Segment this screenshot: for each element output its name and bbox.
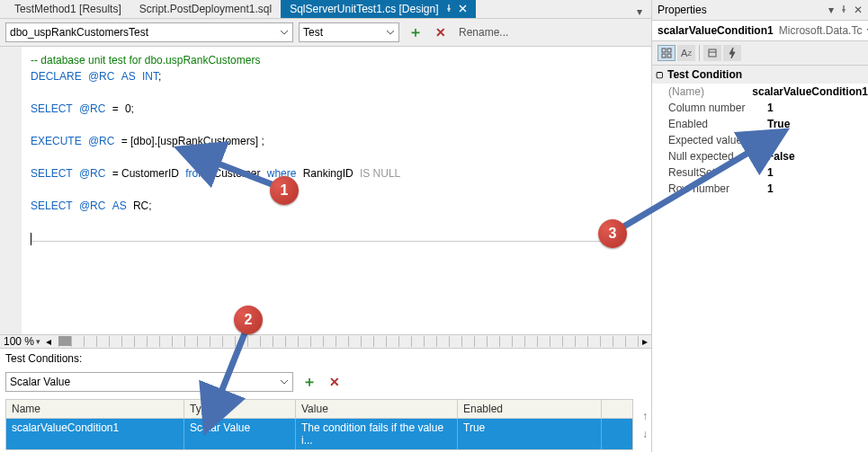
cell-enabled: True: [458, 419, 602, 449]
horizontal-scrollbar[interactable]: [58, 336, 640, 347]
conditions-grid: Name Type Value Enabled scalarValueCondi…: [5, 399, 633, 450]
add-condition-icon[interactable]: ＋: [299, 373, 320, 392]
dropdown-text: dbo_uspRankCustomersTest: [10, 26, 148, 39]
scroll-left-icon[interactable]: ◂: [46, 335, 51, 348]
delete-icon[interactable]: ✕: [432, 23, 450, 41]
categorized-icon[interactable]: [658, 45, 676, 61]
test-toolbar: dbo_uspRankCustomersTest Test ＋ ✕ Rename…: [0, 19, 651, 47]
properties-body: ▢Test Condition (Name)scalarValueConditi…: [652, 66, 868, 452]
grid-header: Name Type Value Enabled: [6, 400, 632, 419]
col-enabled[interactable]: Enabled: [458, 400, 602, 418]
reorder-arrows: ↑ ↓: [639, 395, 651, 452]
alphabetical-icon[interactable]: AZ: [677, 45, 695, 61]
svg-rect-2: [662, 54, 666, 58]
zoom-bar: 100 % ▾ ◂ ▸: [0, 334, 651, 348]
cell-type: Scalar Value: [184, 419, 296, 449]
add-icon[interactable]: ＋: [405, 23, 426, 42]
tab-scroll-down-icon[interactable]: ▾: [633, 5, 646, 18]
tab-label: SqlServerUnitTest1.cs [Design]: [290, 3, 438, 15]
panel-menu-icon[interactable]: ▾: [828, 4, 834, 16]
tab-results[interactable]: TestMethod1 [Results]: [5, 0, 130, 18]
close-icon[interactable]: [459, 3, 467, 15]
dropdown-text: Scalar Value: [10, 376, 70, 388]
test-mode-dropdown[interactable]: Test: [299, 22, 399, 42]
properties-title-bar: Properties ▾ ✕: [652, 0, 868, 21]
tab-label: Script.PostDeployment1.sql: [139, 3, 272, 15]
category-test-condition[interactable]: ▢Test Condition: [652, 66, 868, 84]
pin-icon[interactable]: [839, 4, 848, 16]
tab-script[interactable]: Script.PostDeployment1.sql: [130, 0, 281, 18]
delete-condition-icon[interactable]: ✕: [326, 373, 344, 391]
pin-icon[interactable]: [444, 3, 453, 15]
condition-type-dropdown[interactable]: Scalar Value: [5, 372, 293, 392]
property-row[interactable]: (Name)scalarValueCondition1: [652, 84, 868, 100]
cell-name: scalarValueCondition1: [6, 419, 184, 449]
move-down-icon[interactable]: ↓: [642, 428, 648, 440]
zoom-label: 100 %: [4, 335, 34, 348]
dropdown-text: Test: [303, 26, 323, 39]
properties-view-icons: AZ: [652, 41, 868, 66]
conditions-toolbar: Scalar Value ＋ ✕: [0, 368, 651, 395]
cell-value: The condition fails if the value i...: [296, 419, 458, 449]
property-row[interactable]: Expected value0: [652, 132, 868, 148]
test-conditions-label: Test Conditions:: [0, 349, 651, 368]
property-row[interactable]: Column number1: [652, 100, 868, 116]
chevron-down-icon: [280, 377, 289, 386]
events-icon[interactable]: [723, 45, 741, 61]
tab-label: TestMethod1 [Results]: [14, 3, 121, 15]
test-class-dropdown[interactable]: dbo_uspRankCustomersTest: [5, 22, 293, 42]
property-row[interactable]: Row number1: [652, 181, 868, 197]
property-row[interactable]: EnabledTrue: [652, 116, 868, 132]
properties-object-dropdown[interactable]: scalarValueCondition1 Microsoft.Data.Tc …: [652, 21, 868, 41]
object-name: scalarValueCondition1: [658, 24, 774, 37]
close-icon[interactable]: ✕: [854, 4, 863, 16]
chevron-down-icon: [280, 28, 289, 37]
tab-unittest-design[interactable]: SqlServerUnitTest1.cs [Design]: [281, 0, 475, 18]
property-row[interactable]: ResultSet1: [652, 164, 868, 181]
collapse-icon: ▢: [656, 70, 664, 79]
property-pages-icon[interactable]: [703, 45, 721, 61]
chevron-down-icon: [386, 28, 395, 37]
sql-editor[interactable]: -- database unit test for dbo.uspRankCus…: [0, 47, 651, 334]
text-caret: [31, 233, 31, 245]
col-name[interactable]: Name: [6, 400, 184, 418]
rename-button[interactable]: Rename...: [455, 26, 512, 39]
property-row[interactable]: Null expectedFalse: [652, 148, 868, 164]
zoom-chevron-icon[interactable]: ▾: [36, 337, 40, 346]
svg-rect-0: [662, 49, 666, 52]
svg-rect-3: [667, 54, 671, 58]
document-tabs: TestMethod1 [Results] Script.PostDeploym…: [0, 0, 651, 19]
col-type[interactable]: Type: [184, 400, 296, 418]
properties-title: Properties: [658, 4, 707, 16]
col-value[interactable]: Value: [296, 400, 458, 418]
svg-rect-4: [709, 49, 716, 57]
object-type: Microsoft.Data.Tc: [779, 24, 863, 37]
scroll-right-icon[interactable]: ▸: [642, 335, 648, 348]
category-label: Test Condition: [667, 68, 742, 81]
code-comment: -- database unit test for dbo.uspRankCus…: [31, 54, 260, 66]
grid-row-selected[interactable]: scalarValueCondition1 Scalar Value The c…: [6, 419, 632, 449]
current-line-underline: [31, 241, 625, 242]
move-up-icon[interactable]: ↑: [642, 410, 648, 422]
svg-rect-1: [667, 49, 671, 52]
